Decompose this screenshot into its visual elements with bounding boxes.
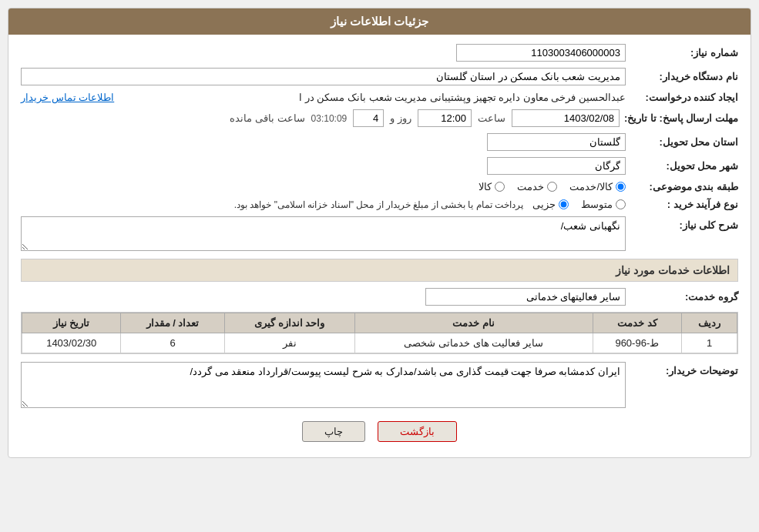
- radio-kala[interactable]: کالا: [479, 181, 505, 192]
- table-row: 1 ط-96-960 سایر فعالیت های خدماتی شخصی ن…: [22, 333, 737, 353]
- cell-tedad: 6: [121, 333, 224, 353]
- sharh-textarea[interactable]: نگهبانی شعب/: [21, 216, 626, 251]
- shomara-niaz-input[interactable]: [456, 44, 626, 62]
- th-vahed: واحد اندازه گیری: [224, 313, 354, 333]
- radio-khadamat[interactable]: خدمت: [517, 181, 557, 192]
- shahr-input[interactable]: [487, 157, 626, 175]
- th-name: نام خدمت: [354, 313, 593, 333]
- ijad-konande-label: ایجاد کننده درخواست:: [630, 92, 738, 103]
- cell-vahed: نفر: [224, 333, 354, 353]
- grooh-input[interactable]: [425, 288, 626, 306]
- nooe-farayand-radio-group: متوسط جزیی: [532, 199, 626, 210]
- khadamat-section-header: اطلاعات خدمات مورد نیاز: [21, 259, 738, 282]
- name-dastgah-input[interactable]: [21, 68, 626, 85]
- mohlat-saat-input[interactable]: [418, 109, 472, 127]
- ittelaat-tamas-link[interactable]: اطلاعات تماس خریدار: [21, 92, 114, 103]
- back-button[interactable]: بازگشت: [378, 421, 457, 442]
- th-tedad: تعداد / مقدار: [121, 313, 224, 333]
- mohlat-rooz-label: روز و: [390, 112, 411, 124]
- cell-radif: 1: [682, 333, 737, 353]
- khadamat-table: ردیف کد خدمت نام خدمت واحد اندازه گیری ت…: [22, 313, 737, 353]
- mohlat-saat-label: ساعت: [478, 112, 505, 124]
- page-title: جزئیات اطلاعات نیاز: [331, 15, 428, 28]
- tabaqe-label: طبقه بندی موضوعی:: [630, 181, 738, 192]
- cell-kod: ط-96-960: [593, 333, 681, 353]
- mohlat-rooz-input[interactable]: [353, 109, 384, 127]
- page-header: جزئیات اطلاعات نیاز: [8, 8, 751, 35]
- tabaqe-radio-group: کالا/خدمت خدمت کالا: [479, 181, 626, 192]
- radio-kala-khadamat[interactable]: کالا/خدمت: [569, 181, 626, 192]
- mohlat-remaining-label: ساعت باقی مانده: [230, 112, 304, 124]
- nooe-farayand-label: نوع فرآیند خرید :: [630, 199, 738, 210]
- mohlat-remaining: 03:10:09: [311, 113, 348, 124]
- grooh-label: گروه خدمت:: [630, 291, 738, 303]
- mohlat-date-input[interactable]: [512, 109, 620, 127]
- khadamat-table-container: ردیف کد خدمت نام خدمت واحد اندازه گیری ت…: [21, 312, 738, 354]
- ostan-input[interactable]: [487, 133, 626, 151]
- nooe-farayand-note: پرداخت تمام یا بخشی از مبلغ خریدار از مح…: [234, 199, 523, 210]
- button-row: بازگشت چاپ: [21, 421, 738, 442]
- shahr-label: شهر محل تحویل:: [630, 160, 738, 172]
- sharh-label: شرح کلی نیاز:: [630, 216, 738, 231]
- cell-name: سایر فعالیت های خدماتی شخصی: [354, 333, 593, 353]
- ostan-label: استان محل تحویل:: [630, 136, 738, 148]
- shomara-niaz-label: شماره نیاز:: [630, 47, 738, 59]
- name-dastgah-label: نام دستگاه خریدار:: [630, 71, 738, 82]
- radio-jozii[interactable]: جزیی: [532, 199, 569, 210]
- print-button[interactable]: چاپ: [302, 421, 365, 442]
- mohlat-label: مهلت ارسال پاسخ: تا تاریخ:: [624, 112, 738, 124]
- tozihat-label: توضیحات خریدار:: [630, 362, 738, 376]
- radio-mottaset[interactable]: متوسط: [581, 199, 626, 210]
- cell-tarikh: 1403/02/30: [22, 333, 121, 353]
- ijad-konande-value: عبدالحسین فرخی معاون دایره تجهیز وپشتیبا…: [117, 92, 626, 103]
- th-kod: کد خدمت: [593, 313, 681, 333]
- th-radif: ردیف: [682, 313, 737, 333]
- tozihat-textarea[interactable]: ایران کدمشابه صرفا جهت قیمت گذاری می باش…: [21, 362, 626, 408]
- th-tarikh: تاریخ نیاز: [22, 313, 121, 333]
